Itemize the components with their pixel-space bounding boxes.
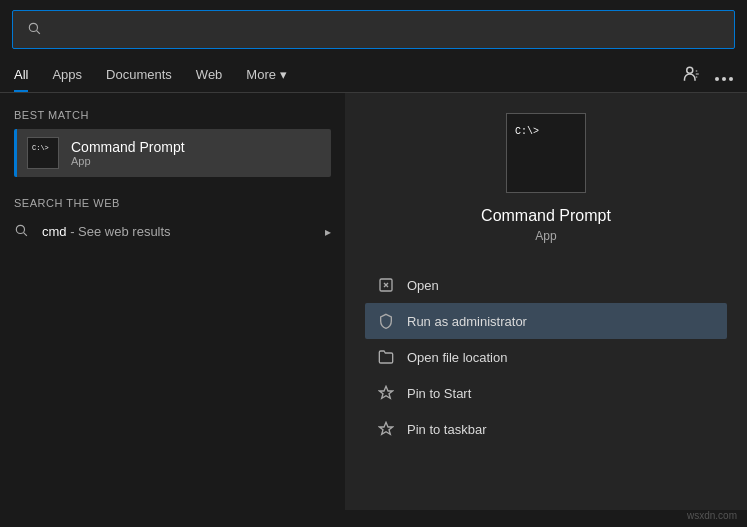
action-pin-to-taskbar[interactable]: Pin to taskbar [365, 411, 727, 447]
tabs-actions [683, 65, 733, 86]
tab-more[interactable]: More ▾ [234, 59, 298, 92]
tab-all[interactable]: All [14, 59, 40, 92]
svg-line-7 [24, 233, 27, 236]
web-section-label: Search the web [14, 197, 331, 209]
tab-documents[interactable]: Documents [94, 59, 184, 92]
search-bar: cmd [12, 10, 735, 49]
main-content: Best match Command Prompt App Search the… [0, 93, 747, 510]
result-text: Command Prompt App [71, 139, 185, 167]
action-run-admin-label: Run as administrator [407, 314, 527, 329]
action-pin-to-taskbar-label: Pin to taskbar [407, 422, 487, 437]
best-match-item[interactable]: Command Prompt App [14, 129, 331, 177]
open-icon [377, 276, 395, 294]
cmd-app-icon [27, 137, 59, 169]
web-search-icon [14, 223, 30, 240]
tab-web[interactable]: Web [184, 59, 235, 92]
web-section: Search the web cmd - See web results ▸ [14, 197, 331, 246]
tab-apps[interactable]: Apps [40, 59, 94, 92]
web-query: cmd [42, 224, 67, 239]
action-pin-to-start[interactable]: Pin to Start [365, 375, 727, 411]
right-panel: Command Prompt App Open [345, 93, 747, 510]
pin-start-icon [377, 384, 395, 402]
app-name: Command Prompt [481, 207, 611, 225]
result-type: App [71, 155, 185, 167]
svg-point-6 [16, 225, 24, 233]
svg-point-4 [722, 77, 726, 81]
action-open[interactable]: Open [365, 267, 727, 303]
folder-icon [377, 348, 395, 366]
action-open-file-location-label: Open file location [407, 350, 507, 365]
pin-taskbar-icon [377, 420, 395, 438]
app-preview-icon [506, 113, 586, 193]
result-name: Command Prompt [71, 139, 185, 155]
search-input[interactable]: cmd [51, 21, 720, 38]
svg-point-0 [29, 23, 37, 31]
action-pin-to-start-label: Pin to Start [407, 386, 471, 401]
search-icon [27, 21, 41, 38]
tabs-bar: All Apps Documents Web More ▾ [0, 59, 747, 93]
action-list: Open Run as administrator Open fil [345, 267, 747, 447]
more-options-icon[interactable] [715, 68, 733, 84]
web-search-text: cmd - See web results [42, 224, 171, 239]
svg-point-2 [687, 67, 693, 73]
action-open-file-location[interactable]: Open file location [365, 339, 727, 375]
watermark: wsxdn.com [687, 510, 737, 521]
best-match-label: Best match [14, 109, 331, 121]
web-search-item[interactable]: cmd - See web results ▸ [14, 217, 331, 246]
action-run-admin[interactable]: Run as administrator [365, 303, 727, 339]
app-type: App [535, 229, 556, 243]
svg-line-1 [37, 31, 40, 34]
web-suffix: - See web results [67, 224, 171, 239]
web-arrow-icon: ▸ [325, 225, 331, 239]
shield-icon [377, 312, 395, 330]
svg-point-5 [729, 77, 733, 81]
account-icon[interactable] [683, 65, 701, 86]
action-open-label: Open [407, 278, 439, 293]
left-panel: Best match Command Prompt App Search the… [0, 93, 345, 510]
svg-point-3 [715, 77, 719, 81]
